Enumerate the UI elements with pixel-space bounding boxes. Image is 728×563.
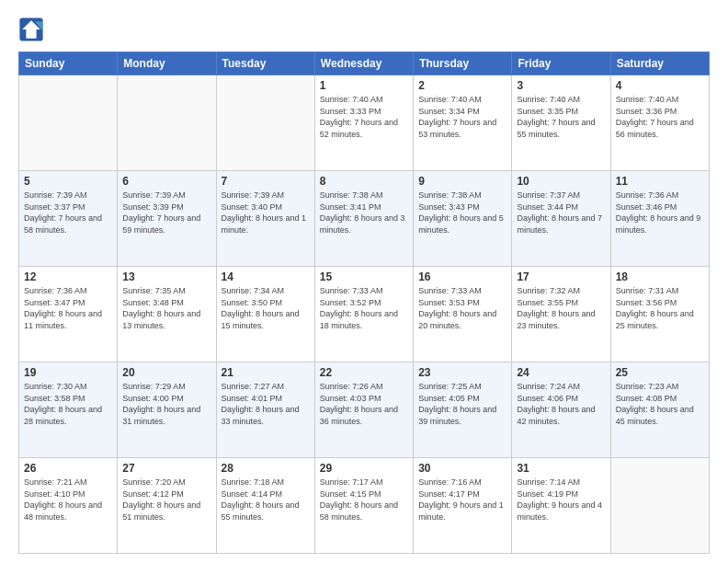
day-number: 6 (122, 175, 210, 188)
day-cell: 14Sunrise: 7:34 AM Sunset: 3:50 PM Dayli… (216, 267, 314, 362)
day-cell: 7Sunrise: 7:39 AM Sunset: 3:40 PM Daylig… (216, 171, 314, 267)
day-number: 18 (616, 270, 704, 283)
day-cell: 30Sunrise: 7:16 AM Sunset: 4:17 PM Dayli… (414, 458, 512, 554)
header-day-monday: Monday (118, 52, 216, 75)
day-cell: 8Sunrise: 7:38 AM Sunset: 3:41 PM Daylig… (314, 171, 413, 267)
day-cell: 13Sunrise: 7:35 AM Sunset: 3:48 PM Dayli… (118, 267, 216, 362)
day-cell: 3Sunrise: 7:40 AM Sunset: 3:35 PM Daylig… (512, 75, 610, 171)
day-cell: 2Sunrise: 7:40 AM Sunset: 3:34 PM Daylig… (414, 75, 512, 171)
day-info: Sunrise: 7:25 AM Sunset: 4:05 PM Dayligh… (418, 381, 506, 427)
page: SundayMondayTuesdayWednesdayThursdayFrid… (0, 0, 728, 563)
day-number: 24 (517, 366, 605, 379)
day-info: Sunrise: 7:37 AM Sunset: 3:44 PM Dayligh… (517, 190, 605, 236)
day-number: 2 (418, 79, 506, 92)
day-number: 4 (616, 79, 704, 92)
day-cell: 25Sunrise: 7:23 AM Sunset: 4:08 PM Dayli… (610, 362, 709, 458)
day-info: Sunrise: 7:32 AM Sunset: 3:55 PM Dayligh… (517, 285, 605, 331)
day-cell: 5Sunrise: 7:39 AM Sunset: 3:37 PM Daylig… (19, 171, 118, 267)
day-info: Sunrise: 7:27 AM Sunset: 4:01 PM Dayligh… (222, 381, 310, 427)
day-cell: 6Sunrise: 7:39 AM Sunset: 3:39 PM Daylig… (118, 171, 216, 267)
day-info: Sunrise: 7:39 AM Sunset: 3:37 PM Dayligh… (24, 190, 112, 236)
day-cell: 26Sunrise: 7:21 AM Sunset: 4:10 PM Dayli… (19, 458, 118, 554)
day-info: Sunrise: 7:40 AM Sunset: 3:36 PM Dayligh… (616, 94, 704, 140)
day-info: Sunrise: 7:38 AM Sunset: 3:43 PM Dayligh… (418, 190, 506, 236)
day-number: 12 (24, 270, 112, 283)
day-info: Sunrise: 7:33 AM Sunset: 3:52 PM Dayligh… (320, 285, 408, 331)
day-info: Sunrise: 7:16 AM Sunset: 4:17 PM Dayligh… (418, 477, 506, 523)
header-day-saturday: Saturday (610, 52, 709, 75)
day-info: Sunrise: 7:24 AM Sunset: 4:06 PM Dayligh… (517, 381, 605, 427)
day-cell: 12Sunrise: 7:36 AM Sunset: 3:47 PM Dayli… (19, 267, 118, 362)
day-info: Sunrise: 7:40 AM Sunset: 3:33 PM Dayligh… (320, 94, 408, 140)
day-cell: 11Sunrise: 7:36 AM Sunset: 3:46 PM Dayli… (610, 171, 709, 267)
day-number: 9 (418, 175, 506, 188)
day-info: Sunrise: 7:23 AM Sunset: 4:08 PM Dayligh… (616, 381, 704, 427)
day-info: Sunrise: 7:39 AM Sunset: 3:39 PM Dayligh… (122, 190, 210, 236)
calendar-body: 1Sunrise: 7:40 AM Sunset: 3:33 PM Daylig… (19, 75, 710, 554)
week-row-1: 1Sunrise: 7:40 AM Sunset: 3:33 PM Daylig… (19, 75, 710, 171)
day-number: 11 (616, 175, 704, 188)
day-number: 8 (320, 175, 408, 188)
day-number: 19 (24, 366, 112, 379)
day-cell (118, 75, 216, 171)
day-cell: 10Sunrise: 7:37 AM Sunset: 3:44 PM Dayli… (512, 171, 610, 267)
day-info: Sunrise: 7:21 AM Sunset: 4:10 PM Dayligh… (24, 477, 112, 523)
day-info: Sunrise: 7:20 AM Sunset: 4:12 PM Dayligh… (122, 477, 210, 523)
header-day-wednesday: Wednesday (314, 52, 413, 75)
day-number: 16 (418, 270, 506, 283)
day-number: 7 (222, 175, 310, 188)
day-info: Sunrise: 7:29 AM Sunset: 4:00 PM Dayligh… (122, 381, 210, 427)
day-cell: 22Sunrise: 7:26 AM Sunset: 4:03 PM Dayli… (314, 362, 413, 458)
day-cell (610, 458, 709, 554)
day-number: 27 (122, 462, 210, 475)
day-cell: 20Sunrise: 7:29 AM Sunset: 4:00 PM Dayli… (118, 362, 216, 458)
day-number: 30 (418, 462, 506, 475)
day-number: 10 (517, 175, 605, 188)
header-day-friday: Friday (512, 52, 610, 75)
day-info: Sunrise: 7:35 AM Sunset: 3:48 PM Dayligh… (122, 285, 210, 331)
day-info: Sunrise: 7:33 AM Sunset: 3:53 PM Dayligh… (418, 285, 506, 331)
day-info: Sunrise: 7:39 AM Sunset: 3:40 PM Dayligh… (222, 190, 310, 236)
header-day-thursday: Thursday (414, 52, 512, 75)
day-info: Sunrise: 7:31 AM Sunset: 3:56 PM Dayligh… (616, 285, 704, 331)
day-info: Sunrise: 7:40 AM Sunset: 3:34 PM Dayligh… (418, 94, 506, 140)
day-cell: 16Sunrise: 7:33 AM Sunset: 3:53 PM Dayli… (414, 267, 512, 362)
calendar-table: SundayMondayTuesdayWednesdayThursdayFrid… (18, 52, 710, 554)
day-number: 31 (517, 462, 605, 475)
day-number: 1 (320, 79, 408, 92)
day-number: 15 (320, 270, 408, 283)
day-number: 26 (24, 462, 112, 475)
logo (18, 17, 48, 42)
day-info: Sunrise: 7:17 AM Sunset: 4:15 PM Dayligh… (320, 477, 408, 523)
day-number: 3 (517, 79, 605, 92)
day-info: Sunrise: 7:36 AM Sunset: 3:47 PM Dayligh… (24, 285, 112, 331)
week-row-3: 12Sunrise: 7:36 AM Sunset: 3:47 PM Dayli… (19, 267, 710, 362)
header-row: SundayMondayTuesdayWednesdayThursdayFrid… (19, 52, 710, 75)
week-row-4: 19Sunrise: 7:30 AM Sunset: 3:58 PM Dayli… (19, 362, 710, 458)
day-cell: 9Sunrise: 7:38 AM Sunset: 3:43 PM Daylig… (414, 171, 512, 267)
day-cell (216, 75, 314, 171)
day-cell: 18Sunrise: 7:31 AM Sunset: 3:56 PM Dayli… (610, 267, 709, 362)
day-number: 20 (122, 366, 210, 379)
day-number: 22 (320, 366, 408, 379)
day-cell: 19Sunrise: 7:30 AM Sunset: 3:58 PM Dayli… (19, 362, 118, 458)
day-info: Sunrise: 7:34 AM Sunset: 3:50 PM Dayligh… (222, 285, 310, 331)
header-day-tuesday: Tuesday (216, 52, 314, 75)
day-number: 21 (222, 366, 310, 379)
day-info: Sunrise: 7:38 AM Sunset: 3:41 PM Dayligh… (320, 190, 408, 236)
day-cell: 21Sunrise: 7:27 AM Sunset: 4:01 PM Dayli… (216, 362, 314, 458)
day-cell: 1Sunrise: 7:40 AM Sunset: 3:33 PM Daylig… (314, 75, 413, 171)
day-cell: 28Sunrise: 7:18 AM Sunset: 4:14 PM Dayli… (216, 458, 314, 554)
day-cell (19, 75, 118, 171)
week-row-2: 5Sunrise: 7:39 AM Sunset: 3:37 PM Daylig… (19, 171, 710, 267)
day-number: 14 (222, 270, 310, 283)
day-info: Sunrise: 7:26 AM Sunset: 4:03 PM Dayligh… (320, 381, 408, 427)
day-cell: 24Sunrise: 7:24 AM Sunset: 4:06 PM Dayli… (512, 362, 610, 458)
day-cell: 31Sunrise: 7:14 AM Sunset: 4:19 PM Dayli… (512, 458, 610, 554)
week-row-5: 26Sunrise: 7:21 AM Sunset: 4:10 PM Dayli… (19, 458, 710, 554)
day-number: 29 (320, 462, 408, 475)
calendar-header: SundayMondayTuesdayWednesdayThursdayFrid… (19, 52, 710, 75)
day-cell: 23Sunrise: 7:25 AM Sunset: 4:05 PM Dayli… (414, 362, 512, 458)
day-number: 23 (418, 366, 506, 379)
day-cell: 27Sunrise: 7:20 AM Sunset: 4:12 PM Dayli… (118, 458, 216, 554)
